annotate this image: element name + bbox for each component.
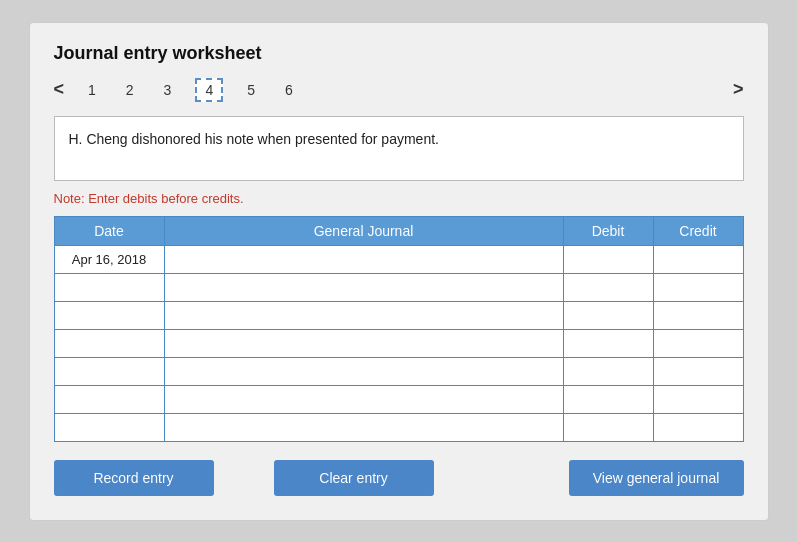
table-row <box>54 329 743 357</box>
table-row <box>54 357 743 385</box>
journal-cell-4[interactable] <box>164 357 563 385</box>
table-row <box>54 301 743 329</box>
journal-input-4[interactable] <box>165 358 563 385</box>
credit-input-1[interactable] <box>654 274 743 301</box>
journal-table: Date General Journal Debit Credit Apr 16… <box>54 216 744 442</box>
next-arrow[interactable]: > <box>733 79 744 100</box>
header-credit: Credit <box>653 216 743 245</box>
debit-input-4[interactable] <box>564 358 653 385</box>
date-cell-1 <box>54 273 164 301</box>
credit-cell-6[interactable] <box>653 413 743 441</box>
debit-cell-4[interactable] <box>563 357 653 385</box>
date-cell-4 <box>54 357 164 385</box>
credit-cell-2[interactable] <box>653 301 743 329</box>
credit-cell-3[interactable] <box>653 329 743 357</box>
date-cell-0: Apr 16, 2018 <box>54 245 164 273</box>
view-general-journal-button[interactable]: View general journal <box>569 460 744 496</box>
page-title: Journal entry worksheet <box>54 43 744 64</box>
debit-input-0[interactable] <box>564 246 653 273</box>
credit-input-2[interactable] <box>654 302 743 329</box>
table-row <box>54 273 743 301</box>
page-5[interactable]: 5 <box>241 80 261 100</box>
date-cell-6 <box>54 413 164 441</box>
journal-entry-worksheet: Journal entry worksheet < 1 2 3 4 5 6 > … <box>29 22 769 521</box>
page-1[interactable]: 1 <box>82 80 102 100</box>
note-text: Note: Enter debits before credits. <box>54 191 744 206</box>
pagination: < 1 2 3 4 5 6 > <box>54 78 744 102</box>
credit-cell-5[interactable] <box>653 385 743 413</box>
journal-cell-2[interactable] <box>164 301 563 329</box>
date-cell-5 <box>54 385 164 413</box>
debit-cell-0[interactable] <box>563 245 653 273</box>
header-debit: Debit <box>563 216 653 245</box>
journal-input-3[interactable] <box>165 330 563 357</box>
page-4-active[interactable]: 4 <box>195 78 223 102</box>
debit-cell-2[interactable] <box>563 301 653 329</box>
credit-input-5[interactable] <box>654 386 743 413</box>
credit-cell-4[interactable] <box>653 357 743 385</box>
journal-cell-6[interactable] <box>164 413 563 441</box>
table-row <box>54 385 743 413</box>
debit-cell-3[interactable] <box>563 329 653 357</box>
clear-entry-button[interactable]: Clear entry <box>274 460 434 496</box>
description-text: H. Cheng dishonored his note when presen… <box>69 131 439 147</box>
table-row: Apr 16, 2018 <box>54 245 743 273</box>
journal-cell-3[interactable] <box>164 329 563 357</box>
credit-input-3[interactable] <box>654 330 743 357</box>
header-date: Date <box>54 216 164 245</box>
journal-input-5[interactable] <box>165 386 563 413</box>
page-3[interactable]: 3 <box>158 80 178 100</box>
credit-cell-1[interactable] <box>653 273 743 301</box>
date-cell-3 <box>54 329 164 357</box>
buttons-row: Record entry Clear entry View general jo… <box>54 460 744 496</box>
record-entry-button[interactable]: Record entry <box>54 460 214 496</box>
page-6[interactable]: 6 <box>279 80 299 100</box>
debit-input-6[interactable] <box>564 414 653 441</box>
debit-cell-1[interactable] <box>563 273 653 301</box>
journal-cell-5[interactable] <box>164 385 563 413</box>
date-cell-2 <box>54 301 164 329</box>
journal-cell-0[interactable] <box>164 245 563 273</box>
debit-input-3[interactable] <box>564 330 653 357</box>
credit-input-4[interactable] <box>654 358 743 385</box>
header-journal: General Journal <box>164 216 563 245</box>
credit-cell-0[interactable] <box>653 245 743 273</box>
journal-input-1[interactable] <box>165 274 563 301</box>
credit-input-6[interactable] <box>654 414 743 441</box>
debit-cell-6[interactable] <box>563 413 653 441</box>
journal-cell-1[interactable] <box>164 273 563 301</box>
debit-input-5[interactable] <box>564 386 653 413</box>
journal-input-6[interactable] <box>165 414 563 441</box>
table-row <box>54 413 743 441</box>
debit-input-1[interactable] <box>564 274 653 301</box>
journal-input-0[interactable] <box>165 246 563 273</box>
description-box: H. Cheng dishonored his note when presen… <box>54 116 744 181</box>
page-2[interactable]: 2 <box>120 80 140 100</box>
journal-input-2[interactable] <box>165 302 563 329</box>
debit-input-2[interactable] <box>564 302 653 329</box>
credit-input-0[interactable] <box>654 246 743 273</box>
debit-cell-5[interactable] <box>563 385 653 413</box>
prev-arrow[interactable]: < <box>54 79 65 100</box>
